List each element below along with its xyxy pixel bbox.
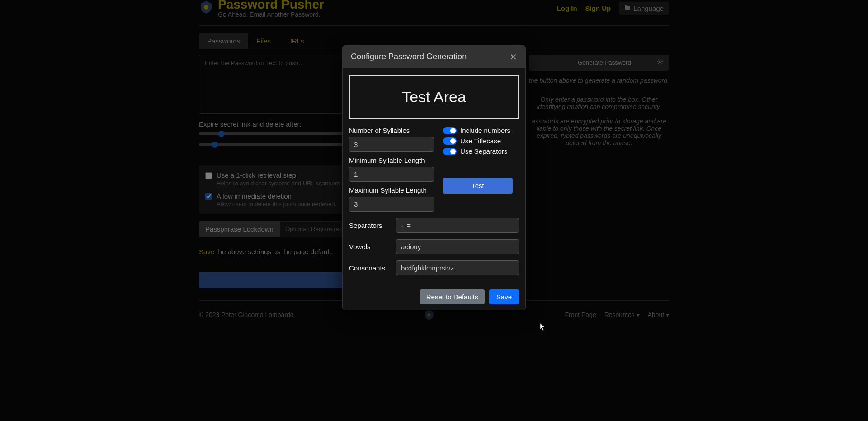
test-area-output: Test Area (349, 75, 519, 119)
min-syllable-label: Minimum Syllable Length (349, 156, 434, 164)
test-button[interactable]: Test (443, 178, 513, 194)
reset-defaults-button[interactable]: Reset to Defaults (420, 289, 485, 304)
num-syllables-input[interactable] (349, 137, 434, 152)
close-icon[interactable]: ✕ (509, 52, 517, 61)
include-numbers-toggle[interactable] (443, 127, 457, 134)
min-syllable-input[interactable] (349, 167, 434, 182)
configure-password-modal: Configure Password Generation ✕ Test Are… (342, 45, 526, 310)
mouse-cursor (540, 323, 546, 331)
save-button[interactable]: Save (489, 289, 519, 304)
max-syllable-input[interactable] (349, 197, 434, 212)
separators-input[interactable] (396, 218, 519, 233)
vowels-label: Vowels (349, 243, 388, 251)
consonants-label: Consonants (349, 264, 388, 272)
vowels-input[interactable] (396, 239, 519, 254)
use-separators-toggle[interactable] (443, 148, 457, 155)
max-syllable-label: Maximum Syllable Length (349, 186, 434, 194)
consonants-input[interactable] (396, 260, 519, 275)
separators-label: Separators (349, 222, 388, 229)
use-titlecase-toggle[interactable] (443, 137, 457, 145)
num-syllables-label: Number of Syllables (349, 127, 434, 134)
modal-title: Configure Password Generation (351, 52, 467, 61)
